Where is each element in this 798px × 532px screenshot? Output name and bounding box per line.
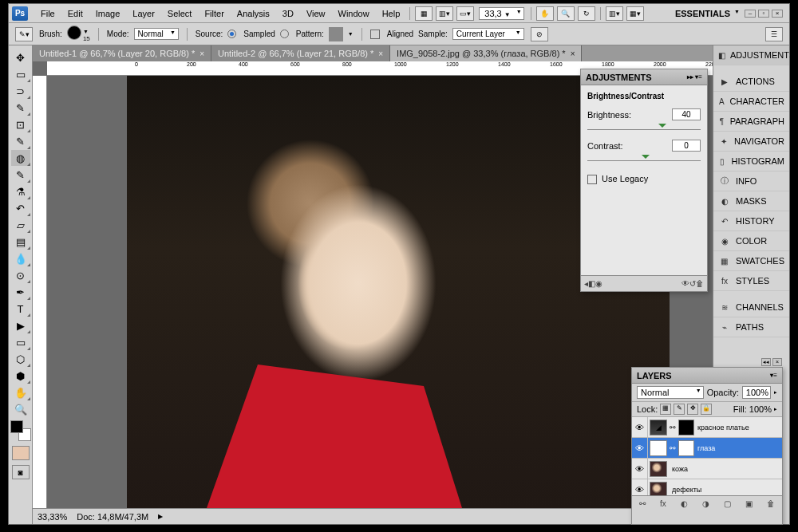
pattern-radio[interactable]: [280, 30, 289, 38]
launch-bridge-icon[interactable]: ▦: [415, 6, 433, 21]
doc-tab-2[interactable]: Untitled-2 @ 66,7% (Layer 21, RGB/8) *×: [211, 45, 390, 61]
close-button[interactable]: ×: [772, 10, 783, 18]
healing-brush-tool[interactable]: ◍: [11, 150, 30, 166]
close-icon[interactable]: ×: [378, 49, 383, 58]
layer-thumbnail[interactable]: ☀: [650, 440, 667, 456]
blend-mode-dropdown[interactable]: Normal: [134, 28, 179, 40]
sampled-radio[interactable]: [227, 30, 236, 38]
visibility-toggle[interactable]: 👁: [632, 438, 648, 458]
eraser-tool[interactable]: ▱: [11, 217, 30, 233]
close-panel-icon[interactable]: ×: [772, 358, 782, 366]
workspace-switcher[interactable]: ESSENTIALS: [670, 9, 741, 18]
arrange-icon[interactable]: ▥▾: [606, 6, 623, 21]
shape-tool[interactable]: ▭: [11, 334, 30, 350]
tab-channels[interactable]: ≋CHANNELS: [713, 298, 789, 317]
tab-history[interactable]: ↶HISTORY: [713, 211, 789, 231]
vertical-ruler[interactable]: [33, 76, 47, 508]
quick-mask-button[interactable]: ◙: [12, 465, 30, 479]
tab-styles[interactable]: fxSTYLES: [713, 271, 789, 291]
mask-thumbnail[interactable]: [678, 440, 694, 456]
zoom-level-dropdown[interactable]: 33,3 ▼: [479, 7, 523, 20]
zoom-tool-icon[interactable]: 🔍: [557, 6, 575, 21]
3d-camera-tool[interactable]: ⬢: [11, 368, 30, 384]
gradient-tool[interactable]: ▤: [11, 234, 30, 250]
tab-actions[interactable]: ▶ACTIONS: [713, 72, 789, 92]
menu-filter[interactable]: Filter: [198, 9, 230, 18]
tab-color[interactable]: ◉COLOR: [713, 231, 789, 251]
menu-help[interactable]: Help: [376, 9, 407, 18]
lock-all-icon[interactable]: 🔒: [701, 404, 712, 415]
layer-row[interactable]: 👁 дефекты: [632, 479, 782, 495]
contrast-input[interactable]: 0: [672, 140, 701, 152]
layer-name[interactable]: кожа: [669, 465, 688, 473]
status-zoom[interactable]: 33,33%: [38, 512, 67, 522]
link-layers-icon[interactable]: ⚯: [639, 499, 646, 508]
visibility-toggle[interactable]: 👁: [632, 479, 648, 495]
brush-tool[interactable]: ✎: [11, 167, 30, 183]
menu-window[interactable]: Window: [332, 9, 376, 18]
hand-tool-icon[interactable]: ✋: [536, 6, 554, 21]
aligned-checkbox[interactable]: [370, 30, 380, 39]
add-mask-icon[interactable]: ◐: [681, 499, 688, 508]
hand-tool[interactable]: ✋: [11, 384, 30, 400]
panel-menu-icon[interactable]: ▾≡: [770, 372, 777, 379]
brightness-input[interactable]: 40: [672, 108, 701, 120]
layer-name[interactable]: глаза: [694, 444, 715, 452]
move-tool[interactable]: ✥: [11, 49, 30, 65]
tab-paths[interactable]: ⌁PATHS: [713, 317, 789, 337]
link-icon[interactable]: ⚯: [670, 424, 678, 432]
opacity-input[interactable]: 100%: [742, 386, 771, 399]
tab-character[interactable]: ACHARACTER: [713, 92, 789, 112]
doc-tab-3[interactable]: IMG_9058-2.jpg @ 33,3% (глаза, RGB/8) *×: [390, 45, 582, 61]
collapse-icon[interactable]: ◂◂: [761, 358, 771, 366]
menu-3d[interactable]: 3D: [276, 9, 300, 18]
link-icon[interactable]: ⚯: [670, 444, 678, 452]
layer-row[interactable]: 👁 кожа: [632, 459, 782, 479]
tab-adjustments[interactable]: ◧ADJUSTMENTS: [713, 45, 789, 65]
visibility-toggle[interactable]: 👁: [632, 417, 648, 437]
layer-name[interactable]: красное платье: [694, 424, 749, 432]
lock-pixels-icon[interactable]: ✎: [674, 404, 685, 415]
maximize-button[interactable]: ▫: [758, 10, 769, 18]
brightness-slider[interactable]: [587, 122, 701, 130]
close-icon[interactable]: ×: [200, 49, 204, 58]
foreground-color[interactable]: [10, 420, 23, 433]
layer-row[interactable]: 👁 ☀ ⚯ глаза: [632, 438, 782, 459]
reset-icon[interactable]: ↺: [689, 279, 696, 288]
sample-dropdown[interactable]: Current Layer: [452, 28, 524, 40]
lock-transparency-icon[interactable]: ▦: [660, 404, 671, 415]
clip-icon[interactable]: ◉: [595, 279, 602, 288]
eye-icon[interactable]: 👁: [681, 279, 689, 288]
tab-masks[interactable]: ◐MASKS: [713, 191, 789, 211]
menu-layer[interactable]: Layer: [126, 9, 161, 18]
visibility-toggle[interactable]: 👁: [632, 459, 648, 479]
layer-blend-mode-dropdown[interactable]: Normal: [637, 386, 704, 399]
menu-analysis[interactable]: Analysis: [231, 9, 276, 18]
tab-paragraph[interactable]: ¶PARAGRAPH: [713, 112, 789, 132]
menu-image[interactable]: Image: [89, 9, 127, 18]
menu-view[interactable]: View: [300, 9, 332, 18]
lasso-tool[interactable]: ⊃: [11, 83, 30, 99]
tool-preset-icon[interactable]: ✎▾: [15, 27, 33, 41]
tab-histogram[interactable]: ▯HISTOGRAM: [713, 152, 789, 171]
lock-position-icon[interactable]: ✥: [687, 404, 698, 415]
color-swatches[interactable]: [10, 420, 31, 441]
blur-tool[interactable]: 💧: [11, 250, 30, 266]
layer-fx-icon[interactable]: fx: [660, 499, 666, 508]
brush-preset-picker[interactable]: [67, 26, 81, 40]
close-icon[interactable]: ×: [571, 49, 575, 58]
expand-icon[interactable]: ◧: [588, 279, 595, 288]
quick-select-tool[interactable]: ✎: [11, 100, 30, 116]
mask-thumbnail[interactable]: [678, 420, 694, 435]
menu-file[interactable]: File: [34, 9, 61, 18]
doc-tab-1[interactable]: Untitled-1 @ 66,7% (Layer 20, RGB/8) *×: [33, 45, 211, 61]
toggle-panels-icon[interactable]: ☰: [765, 27, 783, 41]
layer-name[interactable]: дефекты: [669, 486, 701, 494]
fill-input[interactable]: 100%: [749, 404, 772, 414]
tab-info[interactable]: ⓘINFO: [713, 171, 789, 191]
layers-panel-header[interactable]: LAYERS ▾≡: [632, 368, 782, 384]
delete-layer-icon[interactable]: 🗑: [767, 499, 775, 508]
extras-icon[interactable]: ▦▾: [626, 6, 644, 21]
crop-tool[interactable]: ⊡: [11, 116, 30, 132]
menu-edit[interactable]: Edit: [61, 9, 89, 18]
